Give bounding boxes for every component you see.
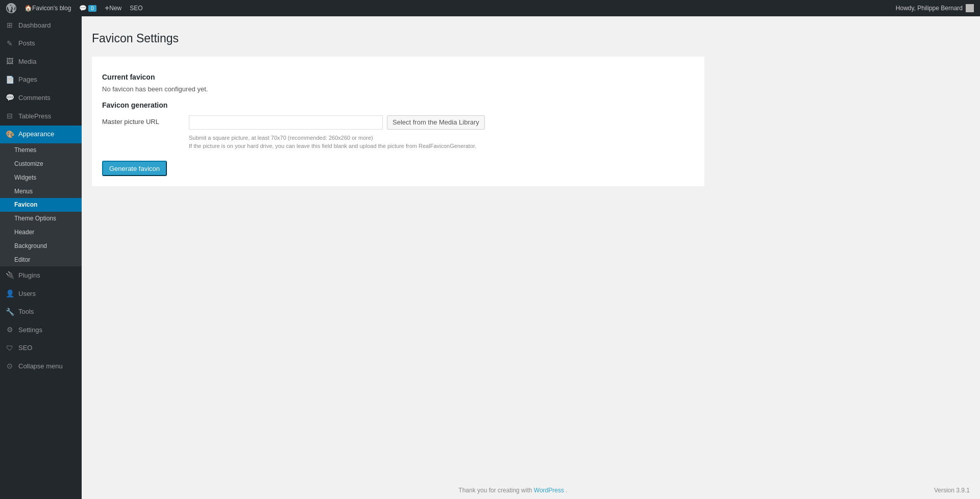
- submenu-item-themes[interactable]: Themes: [0, 143, 82, 157]
- hint-line2: If the picture is on your hard drive, yo…: [189, 143, 476, 149]
- main-content: Favicon Settings Current favicon No favi…: [82, 16, 980, 499]
- select-media-button[interactable]: Select from the Media Library: [387, 115, 485, 130]
- footer-text: Thank you for creating with WordPress . …: [92, 487, 970, 494]
- submenu-item-header[interactable]: Header: [0, 226, 82, 239]
- menu-label-pages: Pages: [18, 75, 37, 84]
- site-name: Favicon's blog: [32, 5, 71, 12]
- admin-bar: 🏠 Favicon's blog 💬 0 + New SEO Howdy, Ph…: [0, 0, 980, 16]
- menu-label-tablepress: TablePress: [18, 112, 51, 121]
- menu-item-settings[interactable]: ⚙ Settings: [0, 321, 82, 339]
- menu-item-collapse[interactable]: ⊙ Collapse menu: [0, 357, 82, 376]
- appearance-icon: 🎨: [5, 130, 14, 140]
- select-media-label: Select from the Media Library: [393, 118, 479, 126]
- comment-icon: 💬: [79, 5, 87, 12]
- master-picture-row: Master picture URL Select from the Media…: [102, 115, 694, 151]
- input-row: Select from the Media Library: [189, 115, 485, 130]
- howdy-text: Howdy, Philippe Bernard: [892, 4, 978, 12]
- current-favicon-heading: Current favicon: [102, 73, 694, 81]
- howdy-label: Howdy, Philippe Bernard: [896, 5, 963, 12]
- generate-button-wrap: Generate favicon: [102, 161, 694, 176]
- submenu-label-background: Background: [14, 242, 47, 250]
- plugins-icon: 🔌: [5, 270, 14, 281]
- submenu-label-theme-options: Theme Options: [14, 215, 56, 222]
- submenu-label-favicon: Favicon: [14, 201, 37, 208]
- admin-sidebar: ⊞ Dashboard ✎ Posts 🖼 Media 📄 Pa: [0, 16, 82, 499]
- menu-label-collapse: Collapse menu: [18, 362, 63, 371]
- submenu-item-menus[interactable]: Menus: [0, 185, 82, 198]
- menu-item-seo[interactable]: 🛡 SEO: [0, 339, 82, 358]
- submenu-item-background[interactable]: Background: [0, 239, 82, 253]
- seo-label: SEO: [130, 5, 142, 12]
- submenu-item-theme-options[interactable]: Theme Options: [0, 212, 82, 226]
- wp-body-content: Favicon Settings Current favicon No favi…: [92, 27, 970, 186]
- menu-item-media[interactable]: 🖼 Media: [0, 53, 82, 71]
- favicon-settings-area: Current favicon No favicon has been conf…: [92, 57, 704, 186]
- current-favicon-note: No favicon has been configured yet.: [102, 85, 694, 93]
- master-picture-input[interactable]: [189, 115, 383, 130]
- wp-footer: Thank you for creating with WordPress . …: [82, 482, 980, 499]
- plus-icon: +: [105, 4, 109, 13]
- menu-label-plugins: Plugins: [18, 271, 40, 280]
- footer-wp-link[interactable]: WordPress: [534, 487, 566, 494]
- appearance-submenu: Themes Customize Widgets: [0, 143, 82, 266]
- menu-item-posts[interactable]: ✎ Posts: [0, 35, 82, 53]
- menu-label-dashboard: Dashboard: [18, 21, 51, 30]
- menu-label-posts: Posts: [18, 39, 35, 48]
- menu-item-pages[interactable]: 📄 Pages: [0, 71, 82, 89]
- home-icon: 🏠: [24, 5, 32, 12]
- hint-line1: Submit a square picture, at least 70x70 …: [189, 135, 373, 141]
- user-avatar: [966, 4, 974, 12]
- comments-count: 0: [88, 5, 96, 12]
- menu-item-appearance[interactable]: 🎨 Appearance Themes Customize: [0, 126, 82, 267]
- dashboard-icon: ⊞: [5, 20, 14, 31]
- media-icon: 🖼: [5, 57, 14, 67]
- menu-item-tools[interactable]: 🔧 Tools: [0, 303, 82, 321]
- posts-icon: ✎: [5, 39, 14, 49]
- menu-label-users: Users: [18, 289, 36, 298]
- menu-label-seo: SEO: [18, 343, 32, 353]
- submenu-label-menus: Menus: [14, 188, 33, 195]
- submenu-label-widgets: Widgets: [14, 174, 36, 181]
- settings-icon: ⚙: [5, 325, 14, 335]
- menu-item-tablepress[interactable]: ⊟ TablePress: [0, 107, 82, 126]
- page-title: Favicon Settings: [92, 27, 704, 48]
- footer-wp-link-text: WordPress: [534, 487, 564, 494]
- menu-item-users[interactable]: 👤 Users: [0, 285, 82, 303]
- submenu-item-editor[interactable]: Editor: [0, 253, 82, 267]
- menu-label-tools: Tools: [18, 307, 34, 316]
- menu-label-appearance: Appearance: [18, 130, 54, 139]
- generate-favicon-button[interactable]: Generate favicon: [102, 161, 167, 176]
- new-label: New: [109, 5, 121, 12]
- footer-thankyou: Thank you for creating with: [458, 487, 532, 494]
- wp-logo-link[interactable]: [2, 0, 20, 16]
- hint-text: Submit a square picture, at least 70x70 …: [189, 134, 485, 151]
- submenu-item-customize[interactable]: Customize: [0, 157, 82, 171]
- menu-item-dashboard[interactable]: ⊞ Dashboard: [0, 16, 82, 35]
- main-menu: ⊞ Dashboard ✎ Posts 🖼 Media 📄 Pa: [0, 16, 82, 376]
- menu-item-comments[interactable]: 💬 Comments: [0, 89, 82, 107]
- submenu-item-widgets[interactable]: Widgets: [0, 171, 82, 185]
- new-content-link[interactable]: + New: [101, 0, 126, 16]
- wp-content: Favicon Settings Current favicon No favi…: [82, 16, 980, 482]
- seo-link[interactable]: SEO: [126, 0, 146, 16]
- master-picture-label: Master picture URL: [102, 115, 184, 126]
- master-picture-controls: Select from the Media Library Submit a s…: [189, 115, 485, 151]
- menu-label-comments: Comments: [18, 93, 51, 103]
- favicon-generation-heading: Favicon generation: [102, 101, 694, 109]
- menu-label-media: Media: [18, 57, 36, 66]
- content-wrap: Favicon Settings Current favicon No favi…: [92, 27, 704, 186]
- submenu-item-favicon[interactable]: Favicon: [0, 198, 82, 212]
- comments-link[interactable]: 💬 0: [75, 0, 101, 16]
- tools-icon: 🔧: [5, 307, 14, 317]
- generate-favicon-label: Generate favicon: [109, 165, 160, 172]
- site-name-link[interactable]: 🏠 Favicon's blog: [20, 0, 75, 16]
- menu-item-plugins[interactable]: 🔌 Plugins: [0, 266, 82, 285]
- submenu-label-customize: Customize: [14, 160, 43, 167]
- submenu-label-themes: Themes: [14, 146, 36, 154]
- version-label: Version 3.9.1: [934, 487, 970, 494]
- seo-icon: 🛡: [5, 343, 14, 354]
- submenu-label-header: Header: [14, 229, 34, 236]
- menu-label-settings: Settings: [18, 326, 42, 335]
- submenu-label-editor: Editor: [14, 256, 30, 263]
- collapse-icon: ⊙: [5, 361, 14, 371]
